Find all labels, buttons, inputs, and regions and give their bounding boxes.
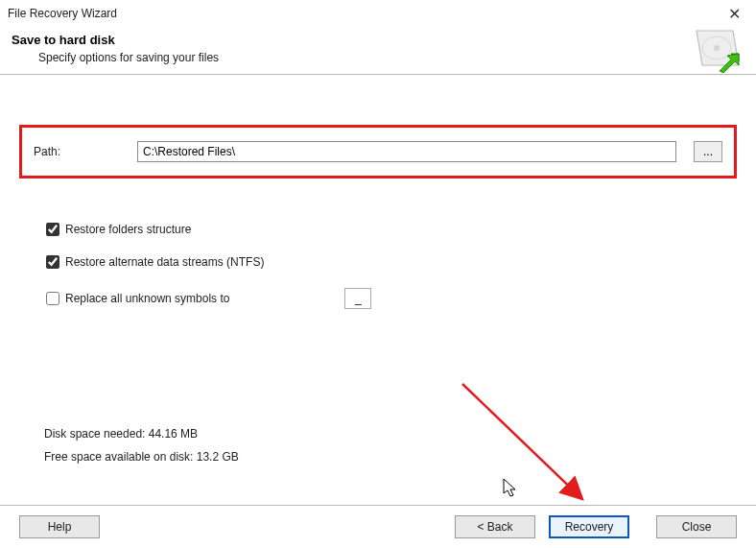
titlebar: File Recovery Wizard ✕ — [0, 0, 756, 27]
window-title: File Recovery Wizard — [8, 7, 117, 20]
replace-symbols-option[interactable]: Replace all unknown symbols to — [46, 288, 737, 309]
free-space-available: Free space available on disk: 13.2 GB — [44, 450, 239, 464]
wizard-header: Save to hard disk Specify options for sa… — [0, 27, 756, 75]
help-button[interactable]: Help — [19, 515, 100, 538]
replace-symbols-checkbox[interactable] — [46, 292, 59, 305]
restore-ads-label: Restore alternate data streams (NTFS) — [65, 255, 264, 269]
path-row-highlight: Path: ... — [19, 125, 737, 179]
replace-symbols-label: Replace all unknown symbols to — [65, 292, 229, 305]
restore-folders-label: Restore folders structure — [65, 223, 191, 236]
disk-info: Disk space needed: 44.16 MB Free space a… — [44, 427, 239, 473]
restore-folders-checkbox[interactable] — [46, 223, 59, 236]
page-title: Save to hard disk — [12, 33, 744, 47]
close-button[interactable]: Close — [656, 515, 737, 538]
restore-ads-option[interactable]: Restore alternate data streams (NTFS) — [46, 255, 737, 269]
footer-bar: Help < Back Recovery Close — [0, 505, 756, 548]
path-input[interactable] — [137, 141, 676, 162]
content-area: Path: ... Restore folders structure Rest… — [0, 125, 756, 309]
replace-symbol-input[interactable] — [344, 288, 371, 309]
svg-point-1 — [714, 45, 720, 51]
close-icon[interactable]: ✕ — [722, 5, 746, 23]
restore-ads-checkbox[interactable] — [46, 255, 59, 269]
mouse-cursor-icon — [503, 478, 520, 499]
options-group: Restore folders structure Restore altern… — [19, 223, 737, 309]
path-label: Path: — [34, 145, 120, 158]
harddisk-recovery-icon — [691, 27, 743, 77]
page-subtitle: Specify options for saving your files — [38, 51, 744, 64]
browse-button[interactable]: ... — [694, 141, 722, 162]
svg-line-2 — [462, 384, 582, 499]
disk-space-needed: Disk space needed: 44.16 MB — [44, 427, 239, 441]
back-button[interactable]: < Back — [455, 515, 535, 538]
recovery-button[interactable]: Recovery — [549, 515, 629, 538]
restore-folders-option[interactable]: Restore folders structure — [46, 223, 737, 236]
